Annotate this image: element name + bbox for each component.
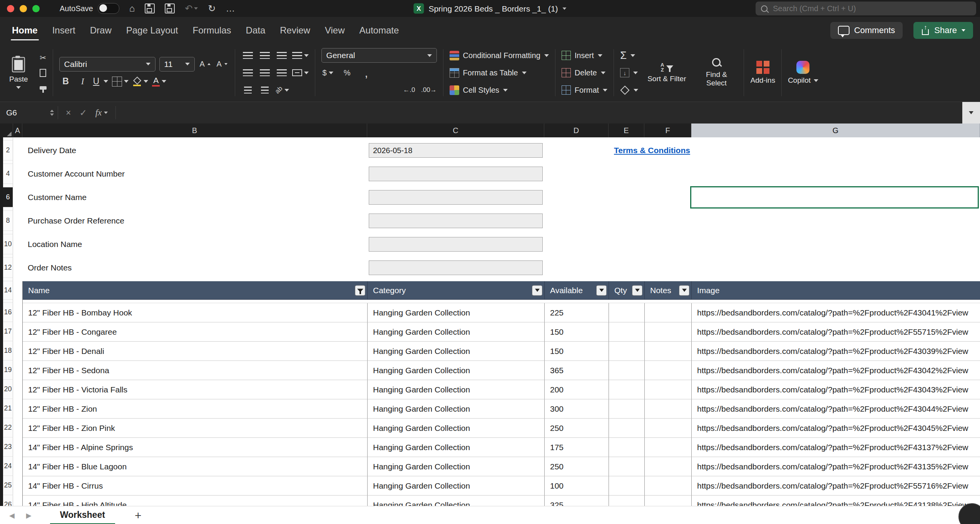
- cell-row22-qty[interactable]: [609, 419, 645, 438]
- decrease-font-size-button[interactable]: A: [216, 58, 229, 70]
- wrap-text-button[interactable]: [292, 50, 309, 61]
- cell-row17-image[interactable]: https://bedsandborders.com/catalog/?path…: [692, 322, 980, 342]
- next-sheet-icon[interactable]: ▶: [26, 511, 32, 520]
- top-align-button[interactable]: [241, 50, 254, 61]
- decrease-indent-button[interactable]: [241, 84, 254, 96]
- font-color-button[interactable]: A: [152, 76, 166, 87]
- cell-row18-name[interactable]: 12" Fiber HB - Denali: [23, 342, 368, 361]
- name-box-stepper[interactable]: [46, 110, 58, 116]
- search-box[interactable]: [756, 2, 976, 15]
- italic-button[interactable]: I: [76, 76, 89, 87]
- name-box[interactable]: G6: [0, 102, 46, 123]
- column-header-G[interactable]: G: [691, 123, 980, 137]
- filter-button-qty[interactable]: [632, 285, 642, 295]
- sheet-cells[interactable]: Delivery Date2026-05-18Customer Account …: [13, 137, 980, 506]
- conditional-formatting-button[interactable]: Conditional Formatting: [450, 48, 549, 63]
- align-right-button[interactable]: [275, 67, 288, 78]
- cell-row16-image[interactable]: https://bedsandborders.com/catalog/?path…: [692, 303, 980, 322]
- cell-row23-qty[interactable]: [609, 438, 645, 457]
- add-sheet-button[interactable]: +: [130, 509, 146, 522]
- fill-button[interactable]: ↓: [620, 65, 638, 80]
- active-cell-G6[interactable]: [690, 186, 979, 209]
- column-header-B[interactable]: B: [22, 123, 367, 137]
- cell-row19-name[interactable]: 12" Fiber HB - Sedona: [23, 361, 368, 380]
- cell-row23-available[interactable]: 175: [545, 438, 609, 457]
- cell-row20-image[interactable]: https://bedsandborders.com/catalog/?path…: [692, 380, 980, 399]
- cell-row26-name[interactable]: 14" Fiber HB - High Altitude: [23, 496, 368, 506]
- table-column-header-qty[interactable]: Qty: [609, 281, 645, 300]
- cell-row26-image[interactable]: https://bedsandborders.com/catalog/?path…: [692, 496, 980, 506]
- cell-row20-qty[interactable]: [609, 380, 645, 399]
- cell-row18-available[interactable]: 150: [545, 342, 609, 361]
- cell-row21-name[interactable]: 12" Fiber HB - Zion: [23, 399, 368, 419]
- clear-button[interactable]: [620, 82, 638, 98]
- cancel-entry-icon[interactable]: ×: [66, 108, 71, 118]
- paste-button[interactable]: Paste: [2, 44, 35, 102]
- sheet-tab-worksheet[interactable]: Worksheet: [50, 506, 115, 524]
- save-icon[interactable]: [145, 3, 155, 13]
- merge-center-button[interactable]: [292, 67, 309, 78]
- cell-label-customer-account-number[interactable]: Customer Account Number: [28, 164, 125, 184]
- ribbon-tab-draw[interactable]: Draw: [83, 17, 119, 44]
- confirm-entry-icon[interactable]: ✓: [79, 108, 87, 118]
- cell-row22-name[interactable]: 12" Fiber HB - Zion Pink: [23, 419, 368, 438]
- select-all-corner[interactable]: [0, 123, 13, 137]
- terms-and-conditions-link[interactable]: Terms & Conditions: [614, 140, 690, 160]
- cell-row26-available[interactable]: 325: [545, 496, 609, 506]
- cell-row21-qty[interactable]: [609, 399, 645, 419]
- formula-input[interactable]: [116, 102, 962, 124]
- input-box-delivery-date[interactable]: 2026-05-18: [369, 143, 543, 158]
- cell-row17-qty[interactable]: [609, 322, 645, 342]
- ribbon-tab-review[interactable]: Review: [273, 17, 318, 44]
- input-box-purchase-order-reference[interactable]: [369, 214, 543, 228]
- cell-label-purchase-order-reference[interactable]: Purchase Order Reference: [28, 211, 124, 231]
- formula-bar-expand-button[interactable]: [962, 102, 980, 123]
- cell-row25-notes[interactable]: [645, 476, 692, 496]
- cell-row16-notes[interactable]: [645, 303, 692, 322]
- copilot-button[interactable]: Copilot: [783, 44, 823, 102]
- orientation-button[interactable]: ab: [275, 84, 289, 96]
- cell-row24-category[interactable]: Hanging Garden Collection: [368, 457, 545, 476]
- cell-row22-notes[interactable]: [645, 419, 692, 438]
- cell-row16-name[interactable]: 12" Fiber HB - Bombay Hook: [23, 303, 368, 322]
- cell-row21-category[interactable]: Hanging Garden Collection: [368, 399, 545, 419]
- cell-row17-notes[interactable]: [645, 322, 692, 342]
- font-size-select[interactable]: 11: [159, 57, 195, 72]
- filter-button-category[interactable]: [532, 285, 542, 295]
- maximize-window-button[interactable]: [32, 5, 40, 12]
- cell-row23-image[interactable]: https://bedsandborders.com/catalog/?path…: [692, 438, 980, 457]
- format-painter-button[interactable]: [37, 82, 50, 93]
- cell-row23-notes[interactable]: [645, 438, 692, 457]
- input-box-customer-name[interactable]: [369, 190, 543, 205]
- cell-row23-name[interactable]: 14" Fiber HB - Alpine Springs: [23, 438, 368, 457]
- cell-row16-category[interactable]: Hanging Garden Collection: [368, 303, 545, 322]
- currency-format-button[interactable]: $: [321, 67, 334, 78]
- cell-label-order-notes[interactable]: Order Notes: [28, 258, 72, 278]
- cell-row22-available[interactable]: 250: [545, 419, 609, 438]
- cell-row18-category[interactable]: Hanging Garden Collection: [368, 342, 545, 361]
- cell-row25-category[interactable]: Hanging Garden Collection: [368, 476, 545, 496]
- filter-button-name[interactable]: [355, 285, 365, 295]
- ribbon-tab-automate[interactable]: Automate: [352, 17, 406, 44]
- table-column-header-image[interactable]: Image: [692, 281, 980, 300]
- cell-row24-notes[interactable]: [645, 457, 692, 476]
- insert-function-button[interactable]: fx: [95, 108, 108, 118]
- bottom-align-button[interactable]: [275, 50, 288, 61]
- prev-sheet-icon[interactable]: ◀: [9, 511, 15, 520]
- cell-row20-notes[interactable]: [645, 380, 692, 399]
- cell-row26-notes[interactable]: [645, 496, 692, 506]
- cell-label-customer-name[interactable]: Customer Name: [28, 187, 87, 207]
- filter-button-notes[interactable]: [679, 285, 689, 295]
- cell-row26-category[interactable]: Hanging Garden Collection: [368, 496, 545, 506]
- sort-filter-button[interactable]: AZ Sort & Filter: [643, 44, 691, 102]
- fill-color-button[interactable]: [132, 76, 148, 87]
- ribbon-tab-insert[interactable]: Insert: [45, 17, 83, 44]
- save-as-icon[interactable]: [165, 3, 175, 13]
- comma-format-button[interactable]: ,: [360, 67, 373, 78]
- cell-row24-name[interactable]: 14" Fiber HB - Blue Lagoon: [23, 457, 368, 476]
- ribbon-tab-page-layout[interactable]: Page Layout: [119, 17, 186, 44]
- cell-row20-available[interactable]: 200: [545, 380, 609, 399]
- align-left-button[interactable]: [241, 67, 254, 78]
- find-select-button[interactable]: Find & Select: [691, 44, 742, 102]
- cell-row19-available[interactable]: 365: [545, 361, 609, 380]
